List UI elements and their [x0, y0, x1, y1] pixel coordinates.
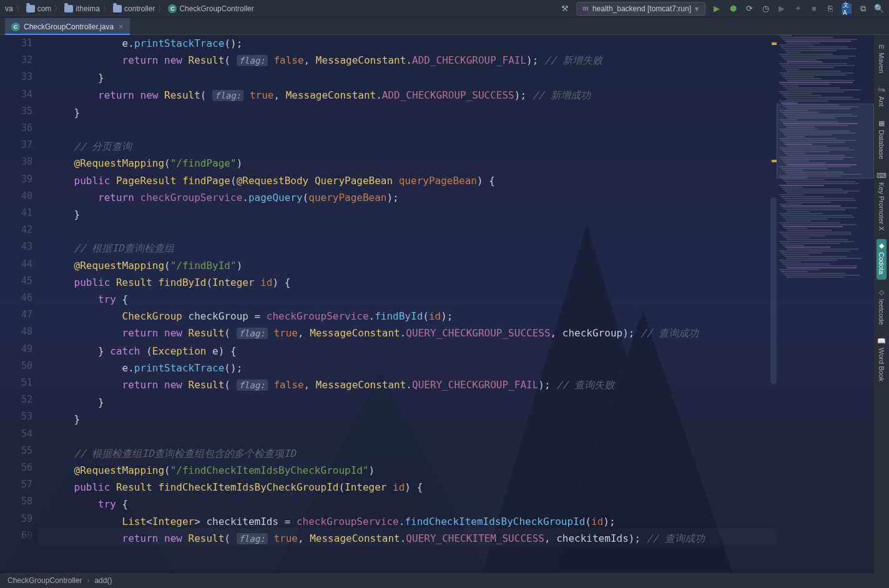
line-number[interactable]: 38 — [0, 154, 32, 170]
vcs-icon[interactable]: ⎘ — [825, 4, 835, 14]
line-number[interactable]: 37 — [0, 137, 32, 154]
line-number[interactable]: 55 — [0, 443, 32, 459]
scrollbar-thumb[interactable] — [770, 197, 777, 385]
search-icon[interactable]: 🔍 — [874, 4, 884, 14]
tool-icon: ◆ — [879, 242, 884, 250]
profile-icon[interactable]: ◷ — [760, 4, 770, 14]
line-number[interactable]: 48 — [0, 323, 32, 340]
code-line[interactable]: try { — [50, 291, 889, 308]
code-line[interactable] — [50, 121, 889, 138]
attach-icon[interactable]: ▶ — [777, 4, 787, 14]
line-number[interactable]: 54 — [0, 426, 32, 443]
file-tab[interactable]: C CheckGroupController.java × — [5, 18, 130, 34]
code-line[interactable]: } — [50, 104, 889, 121]
tool-ant[interactable]: 🐜Ant — [876, 82, 887, 110]
tool-leetcode[interactable]: ◇leetcode — [877, 285, 887, 329]
line-number[interactable]: 33 — [0, 69, 32, 86]
tool-maven[interactable]: mMaven — [877, 39, 887, 77]
line-number[interactable]: 43 — [0, 238, 32, 255]
token-kw: return — [122, 532, 164, 544]
breadcrumb-item[interactable]: itheima — [62, 4, 102, 13]
breadcrumb-item[interactable]: controller — [111, 4, 157, 13]
code-line[interactable]: return new Result( flag: true, MessageCo… — [50, 325, 889, 342]
code-line[interactable]: return checkGroupService.pageQuery(query… — [50, 189, 889, 206]
tool-codota[interactable]: ◆Codota — [877, 239, 887, 279]
debug-icon[interactable]: ⬢ — [728, 4, 738, 14]
code-line[interactable]: @RequestMapping("/findById") — [50, 257, 889, 274]
tool-database[interactable]: ▦Database — [877, 115, 887, 163]
line-number[interactable]: 60 — [0, 527, 32, 544]
line-number[interactable]: 51 — [0, 375, 32, 391]
line-number[interactable]: 32 — [0, 52, 32, 69]
line-number[interactable]: 42 — [0, 222, 32, 238]
tool-key-promoter-x[interactable]: ⌨Key Promoter X — [875, 168, 888, 235]
code-line[interactable]: try { — [50, 496, 889, 512]
code-line[interactable]: CheckGroup checkGroup = checkGroupServic… — [50, 308, 889, 325]
run-coverage-icon[interactable]: ⟳ — [744, 4, 754, 14]
line-number[interactable]: 56 — [0, 459, 32, 476]
code-line[interactable]: // 根据ID查询检查组 — [50, 240, 889, 257]
window-icon[interactable]: ⧉ — [858, 4, 868, 14]
run-icon[interactable]: ▶ — [712, 4, 722, 14]
breadcrumb-item[interactable]: CCheckGroupController — [165, 4, 256, 13]
code-line[interactable]: List<Integer> checkitemIds = checkGroupS… — [50, 513, 889, 530]
line-number[interactable]: 40 — [0, 188, 32, 205]
code-line[interactable]: } — [50, 69, 889, 86]
stop-icon[interactable]: ■ — [809, 4, 819, 14]
line-number[interactable]: 41 — [0, 205, 32, 222]
code-line[interactable]: public Result findById(Integer id) { — [50, 274, 889, 291]
breadcrumb-item[interactable]: va — [2, 4, 16, 13]
line-number[interactable]: 59 — [0, 511, 32, 527]
status-crumb2[interactable]: add() — [94, 576, 112, 585]
code-area[interactable]: e.printStackTrace(); return new Result( … — [37, 35, 889, 573]
code-line[interactable]: public Result findCheckItemIdsByCheckGro… — [50, 479, 889, 496]
minimap-viewport[interactable] — [777, 104, 874, 179]
line-number[interactable]: 45 — [0, 273, 32, 290]
line-number[interactable]: 47 — [0, 306, 32, 323]
code-line[interactable]: return new Result( flag: false, MessageC… — [50, 52, 889, 69]
code-line[interactable] — [50, 428, 889, 445]
line-number[interactable]: 39 — [0, 171, 32, 188]
line-number[interactable]: 36 — [0, 120, 32, 137]
code-line[interactable] — [50, 223, 889, 240]
code-line[interactable]: @RequestMapping("/findCheckItemIdsByChec… — [50, 462, 889, 479]
line-number[interactable]: 44 — [0, 256, 32, 273]
run-config-dropdown[interactable]: m health_backend [tomcat7:run] ▾ — [576, 2, 705, 16]
line-number[interactable]: 49 — [0, 341, 32, 358]
editor[interactable]: 3132333435363738394041424344454647484950… — [0, 35, 889, 573]
line-number[interactable]: 53 — [0, 408, 32, 425]
line-number[interactable]: 57 — [0, 476, 32, 493]
line-number[interactable]: 46 — [0, 290, 32, 306]
tool-word-book[interactable]: 📖Word Book — [876, 333, 887, 385]
line-gutter[interactable]: 3132333435363738394041424344454647484950… — [0, 35, 37, 573]
code-line[interactable]: // 分页查询 — [50, 138, 889, 155]
code-line[interactable]: return new Result( flag: false, MessageC… — [50, 376, 889, 394]
line-number[interactable]: 58 — [0, 493, 32, 510]
line-number[interactable]: 35 — [0, 103, 32, 120]
tab-filename: CheckGroupController.java — [24, 22, 114, 31]
code-line[interactable]: } — [50, 411, 889, 428]
status-crumb1[interactable]: CheckGroupController — [7, 576, 82, 585]
code-line[interactable]: } catch (Exception e) { — [50, 343, 889, 360]
code-line[interactable]: return new Result( flag: true, MessageCo… — [50, 87, 889, 104]
code-line[interactable]: // 根据检查组ID查询检查组包含的多个检查项ID — [50, 445, 889, 462]
misc-icon[interactable]: ✦ — [793, 4, 803, 14]
token-op: } — [74, 107, 81, 119]
line-number[interactable]: 50 — [0, 358, 32, 375]
code-line[interactable]: } — [50, 394, 889, 411]
token-hint: flag: — [237, 380, 268, 391]
build-icon[interactable]: ⚒ — [560, 4, 570, 14]
code-line[interactable]: e.printStackTrace(); — [50, 35, 889, 52]
code-line[interactable]: e.printStackTrace(); — [50, 360, 889, 376]
line-number[interactable]: 34 — [0, 86, 32, 103]
code-line[interactable]: } — [50, 206, 889, 223]
code-line[interactable]: return new Result( flag: true, MessageCo… — [50, 530, 889, 547]
token-op: (); — [224, 37, 242, 49]
close-icon[interactable]: × — [119, 22, 124, 31]
breadcrumb-item[interactable]: com — [24, 4, 54, 13]
translate-icon[interactable]: 文A — [842, 4, 852, 14]
code-line[interactable]: @RequestMapping("/findPage") — [50, 155, 889, 172]
line-number[interactable]: 31 — [0, 35, 32, 52]
code-line[interactable]: public PageResult findPage(@RequestBody … — [50, 172, 889, 189]
line-number[interactable]: 52 — [0, 391, 32, 408]
